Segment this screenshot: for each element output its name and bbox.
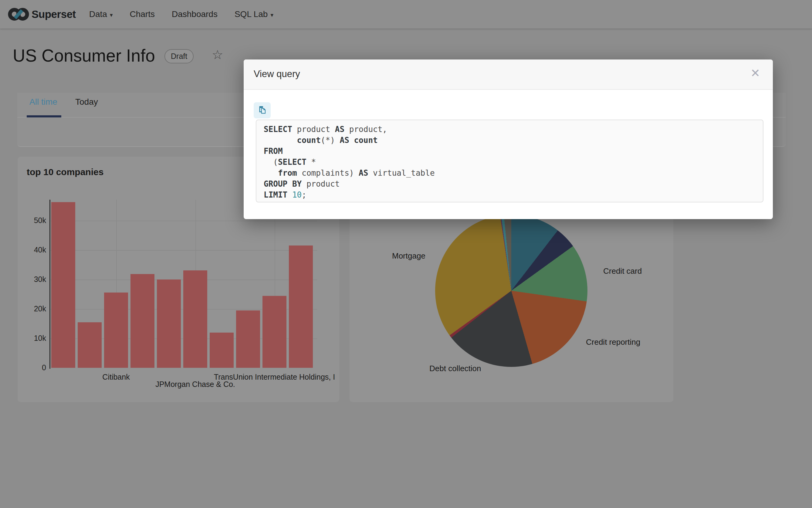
superset-dashboard-screen: Superset Data▾ChartsDashboardsSQL Lab▾ U… <box>0 0 812 508</box>
bar-company-10[interactable] <box>289 246 313 368</box>
y-axis-tick-label: 50k <box>18 216 46 225</box>
pie-chart[interactable] <box>435 215 588 367</box>
y-axis-line <box>49 200 50 369</box>
y-axis-tick-label: 0 <box>18 363 46 372</box>
brand-name[interactable]: Superset <box>32 8 76 20</box>
gridline <box>50 221 317 221</box>
pie-label-mortgage: Mortgage <box>392 251 425 261</box>
bar-company-7[interactable] <box>210 333 233 368</box>
bar-company-5[interactable] <box>157 280 181 368</box>
bar-company-2[interactable] <box>78 322 102 368</box>
pie-label-debt-collection: Debt collection <box>429 364 481 373</box>
nav-item-data[interactable]: Data▾ <box>89 9 113 19</box>
close-icon[interactable]: ✕ <box>751 68 760 79</box>
bar-JPMorgan Chase & Co.[interactable] <box>183 270 207 368</box>
y-axis-tick-label: 40k <box>18 246 46 254</box>
bar-Citibank[interactable] <box>104 293 128 368</box>
chevron-down-icon: ▾ <box>270 11 273 18</box>
favorite-star-icon[interactable]: ☆ <box>212 47 223 62</box>
superset-logo-icon[interactable] <box>7 5 30 25</box>
y-axis-tick-label: 20k <box>18 304 46 313</box>
bar-company-1[interactable] <box>51 202 75 368</box>
pie-label-credit-card: Credit card <box>603 266 642 276</box>
nav-menu: Data▾ChartsDashboardsSQL Lab▾ <box>89 9 273 19</box>
modal-title: View query <box>254 69 300 80</box>
y-axis-tick-label: 10k <box>18 334 46 343</box>
x-axis-tick-label: TransUnion Intermediate Holdings, I <box>214 373 335 381</box>
x-axis-tick-label: Citibank <box>102 373 130 381</box>
chevron-down-icon: ▾ <box>110 11 113 18</box>
pie-label-credit-reporting: Credit reporting <box>586 337 640 347</box>
top-navbar: Superset Data▾ChartsDashboardsSQL Lab▾ <box>0 0 812 29</box>
active-tab-indicator <box>27 115 61 118</box>
status-badge: Draft <box>165 49 194 64</box>
bar-company-8[interactable] <box>236 310 260 368</box>
nav-item-sql-lab[interactable]: SQL Lab▾ <box>234 9 273 19</box>
copy-icon <box>257 105 267 116</box>
sql-query-text: SELECT product AS product, count(*) AS c… <box>264 124 756 200</box>
bar-TransUnion Intermediate Holdings, I[interactable] <box>262 296 287 368</box>
bar-chart-title: top 10 companies <box>27 167 103 177</box>
view-query-modal: View query ✕ SELECT product AS product, … <box>244 59 773 219</box>
gridline <box>50 250 317 251</box>
bar-company-4[interactable] <box>130 274 155 368</box>
tab-today[interactable]: Today <box>75 97 98 107</box>
modal-header: View query ✕ <box>244 59 773 90</box>
nav-item-charts[interactable]: Charts <box>130 9 155 19</box>
nav-item-dashboards[interactable]: Dashboards <box>172 9 218 19</box>
copy-query-button[interactable] <box>254 102 271 118</box>
tab-all-time[interactable]: All time <box>30 97 57 107</box>
page-title: US Consumer Info <box>13 45 155 66</box>
y-axis-tick-label: 30k <box>18 275 46 284</box>
sql-code-block: SELECT product AS product, count(*) AS c… <box>256 120 763 202</box>
